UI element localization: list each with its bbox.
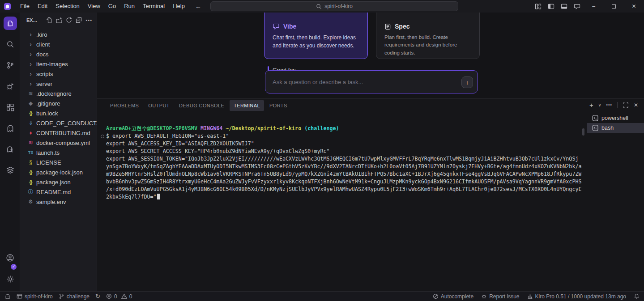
minimize-button[interactable]: – [584, 0, 604, 13]
menu-selection[interactable]: Selection [51, 0, 83, 13]
search-icon [316, 4, 322, 9]
collapse-all-icon[interactable] [76, 17, 82, 23]
file-item-package-json[interactable]: {}package.json [20, 177, 97, 187]
ribbon-icon: ♦ [27, 130, 34, 136]
new-file-icon[interactable] [46, 17, 52, 23]
spec-card-title: Spec [395, 23, 409, 30]
folder-item-kiro[interactable]: ›.kiro [20, 30, 97, 39]
terminal-line: 2kbx5kEq7l7fDU=" [106, 193, 581, 201]
settings-gear-icon[interactable] [4, 272, 17, 286]
extensions-icon[interactable] [4, 101, 17, 114]
terminal-dropdown-icon[interactable]: ∨ [598, 103, 601, 107]
folder-item-item-images[interactable]: ›item-images [20, 59, 97, 69]
search-value: spirit-of-kiro [324, 3, 353, 9]
file-item-docker-compose-yml[interactable]: ≋docker-compose.yml [20, 138, 97, 148]
back-arrow-icon[interactable]: ← [195, 3, 201, 10]
menu-go[interactable]: Go [104, 0, 120, 13]
folder-item-client[interactable]: ›client [20, 39, 97, 49]
arrow-down-icon: ⇓ [27, 120, 34, 126]
window-controls: – ✕ [532, 0, 644, 13]
maximize-panel-icon[interactable] [623, 102, 629, 108]
vibe-card-description: Chat first, then build. Explore ideas an… [273, 34, 359, 50]
chat-input-box[interactable]: ↑ [265, 70, 478, 93]
notifications-bell-icon[interactable] [634, 293, 640, 299]
file-item-bun-lock[interactable]: {}bun.lock [20, 108, 97, 118]
file-item-dockerignore[interactable]: ≋.dockerignore [20, 89, 97, 98]
braces-icon: {} [27, 111, 34, 116]
command-search-input[interactable]: spirit-of-kiro [210, 1, 458, 11]
kiro-agent-icon[interactable] [4, 143, 17, 156]
panel-tab-ports[interactable]: PORTS [265, 100, 291, 111]
folder-item-scripts[interactable]: ›scripts [20, 69, 97, 79]
terminal-prompt-line: AzureAD+고현수@DESKTOP-5P8VSMV MINGW64 ~/De… [106, 125, 581, 132]
new-folder-icon[interactable] [56, 17, 62, 23]
close-panel-icon[interactable]: ✕ [634, 102, 638, 108]
run-debug-icon[interactable] [4, 80, 17, 93]
file-item-code-of-conduct[interactable]: ⇓CODE_OF_CONDUCT.... [20, 118, 97, 128]
key-icon: § [27, 159, 34, 165]
arrow-up-icon[interactable]: ↑ [461, 76, 473, 88]
file-item-launch-ts[interactable]: TSlaunch.ts [20, 148, 97, 157]
menu-help[interactable]: Help [169, 0, 189, 13]
search-icon[interactable] [4, 38, 17, 51]
bug-icon [481, 293, 487, 299]
maximize-button[interactable] [604, 0, 624, 13]
file-label: scripts [36, 71, 53, 77]
toggle-panel-icon[interactable] [558, 0, 571, 13]
problems-indicator[interactable]: 0 0 [106, 293, 132, 300]
folder-item-docs[interactable]: ›docs [20, 49, 97, 59]
more-icon[interactable]: ••• [85, 17, 92, 23]
file-item-gitignore[interactable]: ◆.gitignore [20, 98, 97, 108]
menu-terminal[interactable]: Terminal [139, 0, 169, 13]
file-item-package-lock-json[interactable]: {}package-lock.json [20, 167, 97, 177]
terminal-item-bash[interactable]: bash [587, 123, 644, 133]
panel-tab-problems[interactable]: PROBLEMS [106, 100, 143, 111]
stack-icon[interactable] [4, 164, 17, 177]
panel-tab-output[interactable]: OUTPUT [144, 100, 174, 111]
autocomplete-toggle[interactable]: Autocomplete [433, 293, 473, 300]
editor-area: Vibe Chat first, then build. Explore ide… [97, 13, 644, 98]
report-issue-button[interactable]: Report issue [481, 293, 519, 300]
terminal-scrollbar[interactable] [582, 128, 584, 136]
workspace-indicator[interactable]: spirit-of-kiro [17, 293, 53, 300]
file-item-readme-md[interactable]: ⓘREADME.md [20, 187, 97, 197]
new-terminal-icon[interactable]: + [589, 102, 593, 108]
toggle-sidebar-icon[interactable] [545, 0, 558, 13]
menu-file[interactable]: File [16, 0, 34, 13]
folder-item-server[interactable]: ›server [20, 79, 97, 89]
git-icon: ◆ [27, 100, 34, 106]
warning-icon [121, 293, 127, 299]
panel-more-icon[interactable]: ••• [606, 102, 612, 107]
file-item-license[interactable]: §LICENSE [20, 157, 97, 167]
kiro-remote-icon[interactable] [4, 293, 11, 300]
window-icon [17, 293, 22, 299]
ask-question-input[interactable] [273, 71, 443, 93]
menu-run[interactable]: Run [120, 0, 139, 13]
chat-bubble-icon[interactable] [571, 0, 584, 13]
customize-layout-icon[interactable] [532, 0, 545, 13]
menu-edit[interactable]: Edit [34, 0, 51, 13]
close-button[interactable]: ✕ [624, 0, 644, 13]
sync-button[interactable]: ↻ [95, 293, 100, 300]
error-icon [106, 293, 112, 299]
spec-card[interactable]: Spec Plan first, then build. Create requ… [376, 13, 480, 59]
terminal-item-powershell[interactable]: powershell [587, 113, 644, 123]
command-decoration[interactable] [101, 135, 104, 138]
vibe-card[interactable]: Vibe Chat first, then build. Explore ide… [264, 13, 368, 59]
file-item-contributing-md[interactable]: ♦CONTRIBUTING.md [20, 128, 97, 138]
refresh-icon[interactable] [66, 17, 72, 23]
kiro-ghost-icon[interactable] [4, 122, 17, 135]
account-icon[interactable]: ✓ [4, 251, 17, 265]
file-item-sample-env[interactable]: ⚙sample.env [20, 197, 97, 207]
usage-indicator[interactable]: Kiro Pro 0.51 / 1000 updated 13m ago [527, 293, 626, 300]
file-label: bun.lock [36, 110, 58, 117]
explorer-sidebar: EX... ••• ›.kiro›client›docs›item-images… [20, 13, 97, 291]
panel-tab-debug-console[interactable]: DEBUG CONSOLE [175, 100, 228, 111]
git-branch-icon [59, 293, 64, 299]
source-control-icon[interactable] [4, 59, 17, 72]
explorer-icon[interactable] [4, 17, 17, 30]
panel-tab-terminal[interactable]: TERMINAL [230, 100, 264, 111]
chat-bubble-icon [273, 23, 280, 30]
git-branch-indicator[interactable]: challenge [59, 293, 90, 300]
menu-view[interactable]: View [84, 0, 104, 13]
